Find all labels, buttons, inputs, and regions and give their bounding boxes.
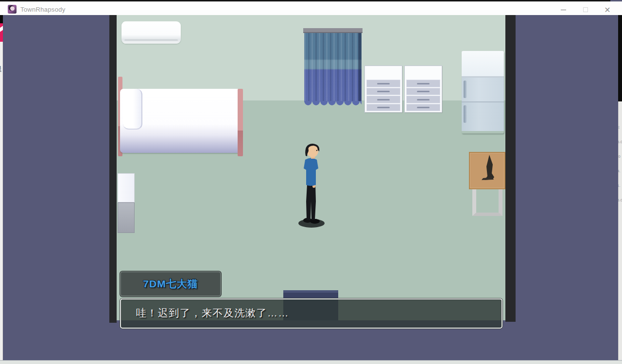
speaker-name-box: 7DM七大猫 [120, 271, 221, 297]
refrigerator [462, 51, 504, 133]
dialogue-box[interactable]: 哇！迟到了，来不及洗漱了…… [120, 298, 502, 329]
mirror-cabinet [118, 173, 135, 233]
minimize-button[interactable] [552, 3, 574, 17]
fridge-handle-icon [464, 81, 466, 98]
side-table [469, 152, 505, 189]
fridge-handle-icon [464, 105, 466, 123]
left-sliver-dark [0, 15, 3, 23]
minimize-icon [561, 10, 566, 10]
game-letterbox-right [505, 15, 516, 322]
window-curtain [304, 33, 362, 101]
game-letterbox-left [109, 15, 117, 323]
left-sliver-page [0, 42, 3, 360]
pillow [123, 89, 142, 130]
left-sliver-text-fragment: 退 [0, 65, 3, 73]
window-titlebar[interactable]: TownRhapsody ✕ [0, 1, 622, 15]
maximize-icon [583, 7, 588, 12]
dresser-left [364, 66, 402, 113]
dark-figurine [470, 153, 504, 188]
curtain-rod [303, 28, 363, 33]
maximize-button[interactable] [574, 3, 597, 17]
right-sliver-dark [618, 15, 622, 101]
dialogue-text: 哇！迟到了，来不及洗漱了…… [136, 306, 289, 320]
side-table-legs [472, 189, 502, 216]
desktop-screen: TownRhapsody ✕ 退 E 5.0 .0 4. 1. 5.0 [0, 0, 622, 364]
air-conditioner [121, 21, 181, 44]
player-character [297, 142, 327, 230]
dresser-drawers [366, 80, 400, 111]
taskbar-edge [0, 360, 622, 364]
app-icon [8, 5, 17, 14]
right-sliver-text-fragments: E 5.0 .0 4. 1. 5.0 [618, 120, 622, 227]
dresser-right [404, 66, 442, 113]
left-sliver-logo [0, 23, 3, 42]
speaker-name: 7DM七大猫 [143, 277, 198, 291]
window-title: TownRhapsody [20, 6, 66, 13]
close-button[interactable]: ✕ [596, 3, 619, 17]
bed-post-right [238, 89, 243, 156]
refrigerator-freezer [462, 51, 504, 78]
dresser-drawers [406, 80, 440, 111]
